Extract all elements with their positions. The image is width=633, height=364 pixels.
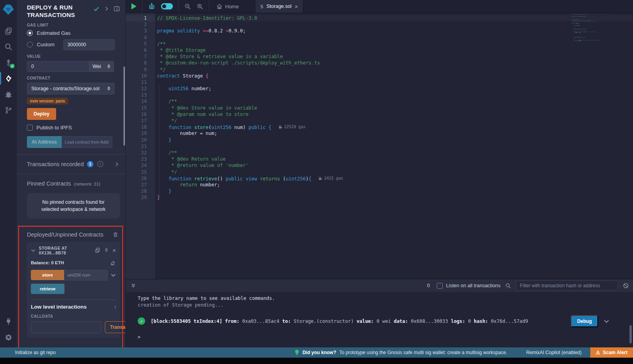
line-number: 14 [126, 98, 155, 104]
pin-icon[interactable] [104, 248, 109, 253]
value-input[interactable] [27, 61, 89, 72]
line-number: 10 [126, 73, 155, 79]
sidebar-item-deploy-run[interactable] [0, 70, 17, 86]
listen-all-checkbox[interactable] [437, 283, 443, 289]
code-token: } [157, 195, 160, 200]
terminal-scrollbar[interactable] [629, 325, 632, 343]
zoom-out-icon[interactable] [184, 3, 191, 10]
deployed-contract-card: STORAGE AT 0X136...8B78 × Balance: 0 ETH… [27, 242, 120, 338]
code-token: ) [306, 176, 309, 182]
sidebar-item-git[interactable] [0, 102, 17, 118]
sidebar-item-plugin-manager[interactable] [0, 313, 17, 329]
terminal-output[interactable]: Type the library name to see available c… [126, 292, 633, 347]
editor-code[interactable]: // SPDX-License-Identifier: GPL-3.0 prag… [155, 13, 633, 279]
calldata-input[interactable] [31, 321, 102, 333]
panel-forward-icon[interactable] [104, 6, 109, 11]
line-number: 24 [126, 162, 155, 169]
calldata-label: CALLDATA [31, 314, 116, 318]
tab-storage-sol[interactable]: S Storage.sol × [256, 0, 303, 13]
copilot-status[interactable]: RemixAI Copilot (enabled) [526, 350, 582, 355]
retrieve-function-button[interactable]: retrieve [31, 284, 64, 294]
tip-bold-label: Did you know? [302, 350, 336, 355]
terminal-collapse-icon[interactable] [131, 283, 136, 288]
tx-segment: 0x608...30033 [408, 318, 451, 324]
zoom-in-icon[interactable] [197, 3, 203, 10]
transaction-log-row[interactable]: ✓ [block:5583405 txIndex:4] from: 0xa03.… [138, 315, 633, 327]
tx-segment: 0 wei [374, 318, 394, 324]
debug-button[interactable]: Debug [571, 315, 598, 327]
info-icon[interactable]: i [114, 304, 116, 310]
terminal-filter-input[interactable] [516, 281, 618, 291]
transactions-recorded-row[interactable]: Transactions recorded 1 i [27, 155, 120, 174]
expand-tx-icon[interactable] [604, 318, 609, 324]
chevron-down-icon[interactable] [31, 248, 36, 253]
expand-args-icon[interactable] [111, 273, 116, 278]
publish-ipfs-checkbox[interactable] [27, 125, 33, 131]
sidebar-item-file-explorer[interactable] [0, 23, 17, 39]
copilot-toggle[interactable] [161, 3, 173, 9]
tx-success-icon: ✓ [138, 317, 145, 325]
at-address-input[interactable] [62, 136, 112, 148]
code-token: /** [157, 99, 177, 104]
sidebar-item-settings[interactable] [0, 329, 17, 345]
custom-gas-input[interactable] [63, 39, 115, 50]
estimated-gas-radio[interactable] [27, 30, 33, 36]
code-editor[interactable]: 1234567891011121314151617181920212223242… [126, 13, 633, 279]
code-token: * @return value of 'number' [157, 163, 248, 168]
code-token: 0.9.0; [229, 28, 246, 34]
code-token: } [169, 137, 171, 143]
tx-segment: 0x76d...57ad9 [488, 318, 528, 324]
custom-gas-radio[interactable] [27, 42, 33, 47]
listen-all-label: Listen on all transactions [446, 283, 500, 288]
code-line: // SPDX-License-Identifier: GPL-3.0 [157, 15, 633, 21]
code-line: * @return value of 'number' [157, 162, 633, 169]
lightbulb-icon [295, 350, 299, 355]
panel-scrollbar[interactable] [123, 66, 125, 146]
contract-instance-label: STORAGE AT 0X136...8B78 [39, 246, 91, 255]
ai-copilot-icon[interactable] [148, 3, 155, 10]
value-unit-select[interactable]: Wei [89, 61, 114, 72]
clear-console-icon[interactable] [623, 282, 629, 289]
sidebar-item-debugger[interactable] [0, 86, 17, 102]
chevron-right-icon[interactable] [114, 162, 119, 167]
terminal-search-icon [505, 283, 511, 289]
stepper-arrows-icon [107, 64, 110, 68]
code-line: /** [157, 41, 633, 47]
code-token: pragma solidity [157, 28, 203, 34]
solidity-file-icon: S [260, 4, 263, 9]
close-icon[interactable]: × [112, 247, 116, 253]
code-token: */ [157, 169, 177, 175]
remix-logo-icon[interactable] [2, 3, 15, 16]
sidebar-item-search[interactable] [0, 39, 17, 55]
git-init-status[interactable]: Initialize as git repo [15, 350, 56, 355]
window-edge [0, 358, 633, 364]
estimated-gas-option[interactable]: Estimated Gas [27, 30, 120, 36]
line-number: 5 [126, 41, 155, 47]
info-icon[interactable]: i [97, 161, 103, 167]
run-script-icon[interactable] [131, 3, 136, 9]
code-line: /** [157, 98, 633, 104]
transact-button[interactable]: Transact [105, 321, 126, 333]
scam-alert-button[interactable]: ⚠ Scam Alert [590, 347, 633, 358]
status-bar: Initialize as git repo Did you know? To … [0, 347, 633, 358]
at-address-button[interactable]: At Address [27, 136, 62, 148]
tab-close-icon[interactable]: × [295, 3, 298, 10]
home-tab[interactable]: Home [209, 0, 246, 13]
edit-icon[interactable] [110, 260, 116, 266]
line-number: 4 [126, 34, 155, 41]
code-token: { [309, 176, 311, 182]
panel-layout-icon[interactable] [114, 6, 120, 12]
deploy-button[interactable]: Deploy [27, 108, 56, 120]
trash-icon[interactable] [113, 232, 118, 237]
terminal-prompt[interactable]: > [138, 334, 633, 340]
copy-icon[interactable] [95, 247, 100, 253]
store-argument-input[interactable] [64, 270, 108, 281]
code-line: */ [157, 169, 633, 175]
tx-segment [222, 318, 225, 324]
code-token: contract [157, 73, 183, 79]
line-number: 15 [126, 105, 155, 111]
sidebar-item-solidity-compiler[interactable]: ✓ [0, 55, 17, 70]
contract-select[interactable]: Storage - contracts/Storage.sol [27, 83, 115, 95]
pinned-contracts-title: Pinned Contracts [27, 180, 71, 187]
store-function-button[interactable]: store [31, 270, 64, 280]
